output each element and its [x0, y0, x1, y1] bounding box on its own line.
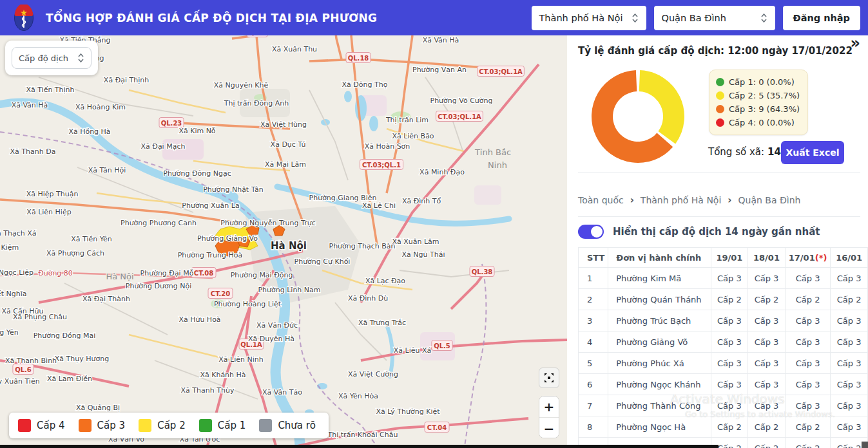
svg-text:QL.23: QL.23 — [161, 120, 182, 127]
level-cell: Cấp 3 — [711, 395, 748, 416]
map-label: Thị trấn Khoái Châu — [327, 431, 398, 439]
export-excel-button[interactable]: Xuất Excel — [781, 141, 844, 164]
map-label: Phường Đông Ngạc — [163, 169, 231, 178]
row-index: 3 — [579, 310, 608, 331]
map-label: Phường Lĩnh Nam — [258, 286, 320, 294]
table-header: STT — [579, 248, 608, 268]
ward-name[interactable]: Phường Kim Mã — [608, 268, 711, 289]
legend-swatch — [139, 419, 151, 432]
map-label: Xã Đình Tổ — [402, 197, 441, 205]
level-cell: Cấp 2 — [785, 416, 831, 438]
scrollbar-corner[interactable] — [862, 442, 868, 448]
map-label: Xã Nguyên Khê — [214, 81, 269, 89]
divider — [578, 216, 860, 217]
map-label: Xã Tuyết Nghĩa — [0, 290, 26, 298]
breadcrumb-item[interactable]: Thành phố Hà Nội — [641, 195, 721, 205]
map-view[interactable]: QL.3CT.07QL.18CT.03;QL.1ACT.03;QL.1AQL.2… — [0, 35, 567, 448]
ward-name[interactable]: Phường Phúc Xá — [608, 353, 711, 374]
breadcrumb-item[interactable]: Toàn quốc — [578, 195, 624, 205]
map-label: Thị trấn Lim — [385, 116, 429, 124]
map-label: Xã Đình Dù — [348, 294, 388, 303]
row-index: 6 — [579, 374, 608, 395]
ward-name[interactable]: Phường Quán Thánh — [608, 289, 711, 310]
map-label: Xã Phụng Châu — [13, 313, 67, 321]
district-select[interactable]: Quận Ba Đình — [654, 6, 775, 30]
map-label: Xã Xuân Thu — [272, 45, 317, 53]
donut-slice-cấp-2 — [639, 70, 684, 144]
map-label: Xã Hồng Hà — [68, 127, 110, 136]
level-cell: Cấp 3 — [748, 331, 786, 353]
divider — [578, 172, 860, 173]
table-row: 5Phường Phúc XáCấp 3Cấp 3Cấp 3Cấp 3 — [579, 353, 868, 374]
map-label: Phường Võ Cường — [430, 97, 493, 105]
level-cell: Cấp 3 — [785, 268, 831, 289]
province-select[interactable]: Thành phố Hà Nội — [532, 6, 646, 30]
map-label: Xã Xuân Lâm — [392, 238, 439, 246]
map-label: Xã Ngọc Liệp — [0, 268, 34, 277]
legend-dot — [716, 91, 724, 100]
ward-name[interactable]: Phường Ngọc Hà — [608, 416, 711, 438]
map-label: Xã Liên Bão — [392, 132, 434, 140]
legend-label: Chưa rõ — [278, 420, 315, 431]
map-label: Xã Vân Hà — [12, 101, 48, 109]
chart-legend-item: Cấp 1: 0 (0.0%) — [716, 75, 800, 89]
map-label: Xã Trưng Trắc — [358, 319, 406, 327]
map-label: Xã Đại Thành — [82, 295, 130, 303]
table-row: 6Phường Ngọc KhánhCấp 3Cấp 3Cấp 3Cấp 3 — [579, 374, 868, 395]
table-header: 19/01 — [711, 248, 748, 268]
show-14-days-toggle[interactable] — [578, 225, 604, 239]
level-cell: Cấp 2 — [711, 289, 748, 310]
ward-name[interactable]: Phường Giảng Võ — [608, 331, 711, 353]
breadcrumb-separator-icon: › — [630, 194, 634, 206]
toggle-label: Hiển thị cấp độ dịch 14 ngày gần nhất — [613, 226, 820, 238]
svg-text:CT.04: CT.04 — [427, 424, 447, 431]
row-index: 4 — [579, 331, 608, 353]
chevron-up-down-icon — [632, 12, 639, 24]
login-button[interactable]: Đăng nhập — [783, 6, 861, 30]
table-row: 1Phường Kim MãCấp 3Cấp 3Cấp 3Cấp 3 — [579, 268, 868, 289]
bottom-bar — [0, 445, 719, 448]
row-index: 1 — [579, 268, 608, 289]
legend-dot — [716, 118, 724, 127]
level-cell: Cấp 3 — [831, 310, 868, 331]
zoom-in-button[interactable]: + — [539, 397, 559, 418]
ward-name[interactable]: Phường Trúc Bạch — [608, 310, 711, 331]
level-cell: Cấp 3 — [831, 268, 868, 289]
breadcrumb-item[interactable]: Quận Ba Đình — [738, 195, 801, 205]
legend-label: Cấp 1 — [218, 420, 246, 431]
map-label: Xã Hiệp Thuận — [26, 190, 79, 198]
row-index: 5 — [579, 353, 608, 374]
level-cell: Cấp 3 — [711, 374, 748, 395]
chart-legend-item: Cấp 4: 0 (0.0%) — [716, 116, 800, 129]
map-label: Xã Khánh Hà — [200, 371, 246, 379]
map-label: Xã Việt Hùng — [260, 120, 307, 129]
map-label: Xã Ngũ Thái — [402, 250, 445, 259]
map-label: Xã Lệ Chi — [362, 201, 396, 210]
ministry-of-health-logo — [11, 5, 37, 32]
chart-legend: Cấp 1: 0 (0.0%)Cấp 2: 5 (35.7%)Cấp 3: 9 … — [709, 70, 808, 135]
svg-text:CT.20: CT.20 — [211, 290, 230, 297]
zoom-control: + − — [539, 396, 559, 438]
zoom-out-button[interactable]: − — [539, 418, 559, 438]
map-label: Xã Trường Yên — [0, 328, 19, 337]
map-label: Xã Hữu Hoà — [178, 315, 220, 324]
level-cell: Cấp 3 — [711, 310, 748, 331]
map-label: Tỉnh Bắc — [474, 147, 511, 157]
header-controls: Thành phố Hà Nội Quận Ba Đình Đăng nhập — [532, 6, 861, 30]
level-cell: Cấp 3 — [748, 268, 786, 289]
map-label: Ninh — [488, 160, 507, 170]
ward-name[interactable]: Phường Ngọc Khánh — [608, 374, 711, 395]
ward-name[interactable]: Phường Thành Công — [608, 395, 711, 416]
map-label: Xã Yên Hòa — [338, 392, 378, 400]
epidemic-level-filter-select[interactable]: Cấp độ dịch — [12, 47, 92, 69]
level-cell: Cấp 2 — [711, 416, 748, 438]
total-communes-value: 14 — [767, 146, 781, 158]
level-cell: Cấp 3 — [785, 331, 831, 353]
svg-text:CT.08: CT.08 — [194, 270, 213, 277]
level-cell: Cấp 3 — [831, 395, 868, 416]
legend-dot — [716, 105, 724, 113]
fullscreen-button[interactable] — [539, 368, 559, 388]
table-row: 2Phường Quán ThánhCấp 2Cấp 2Cấp 2Cấp 2 — [579, 289, 868, 310]
map-legend-item: Chưa rõ — [259, 419, 320, 432]
map-label: Xã Phượng Cách — [46, 249, 104, 257]
